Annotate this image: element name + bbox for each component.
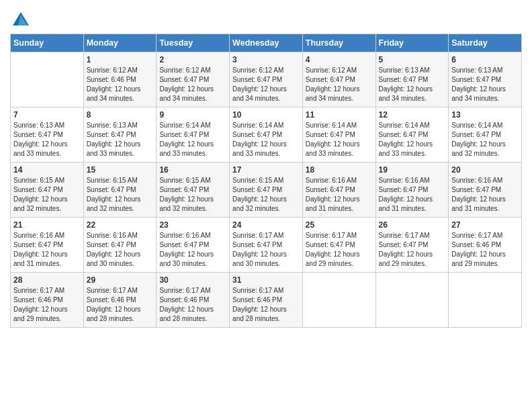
- calendar-cell: 5Sunrise: 6:13 AMSunset: 6:47 PMDaylight…: [375, 52, 449, 107]
- day-number: 24: [232, 220, 300, 230]
- day-info: Sunrise: 6:17 AMSunset: 6:46 PMDaylight:…: [13, 286, 81, 324]
- day-info: Sunrise: 6:13 AMSunset: 6:47 PMDaylight:…: [379, 66, 446, 103]
- calendar-cell: 23Sunrise: 6:16 AMSunset: 6:47 PMDayligh…: [157, 218, 230, 273]
- day-number: 11: [306, 110, 373, 120]
- calendar-cell: 13Sunrise: 6:14 AMSunset: 6:47 PMDayligh…: [449, 107, 522, 163]
- day-number: 26: [379, 220, 446, 230]
- calendar-cell: 21Sunrise: 6:16 AMSunset: 6:47 PMDayligh…: [11, 218, 84, 273]
- day-info: Sunrise: 6:12 AMSunset: 6:47 PMDaylight:…: [232, 66, 300, 103]
- day-info: Sunrise: 6:15 AMSunset: 6:47 PMDaylight:…: [87, 176, 154, 214]
- day-number: 2: [159, 55, 226, 64]
- day-number: 1: [87, 55, 154, 64]
- header-day-sunday: Sunday: [11, 34, 84, 52]
- calendar-cell: 22Sunrise: 6:16 AMSunset: 6:47 PMDayligh…: [83, 218, 157, 273]
- calendar-cell: [449, 273, 522, 328]
- day-number: 13: [451, 110, 519, 120]
- day-info: Sunrise: 6:13 AMSunset: 6:47 PMDaylight:…: [451, 66, 519, 103]
- header-row: SundayMondayTuesdayWednesdayThursdayFrid…: [11, 34, 522, 52]
- day-info: Sunrise: 6:17 AMSunset: 6:47 PMDaylight:…: [232, 231, 300, 269]
- calendar-table: SundayMondayTuesdayWednesdayThursdayFrid…: [10, 34, 522, 328]
- calendar-cell: 3Sunrise: 6:12 AMSunset: 6:47 PMDaylight…: [230, 52, 303, 107]
- day-number: 29: [87, 275, 154, 285]
- day-number: 20: [451, 165, 519, 175]
- day-number: 9: [159, 110, 226, 120]
- calendar-cell: 29Sunrise: 6:17 AMSunset: 6:46 PMDayligh…: [83, 273, 157, 328]
- day-number: 28: [13, 275, 81, 285]
- day-info: Sunrise: 6:16 AMSunset: 6:47 PMDaylight:…: [159, 231, 226, 269]
- calendar-cell: 9Sunrise: 6:14 AMSunset: 6:47 PMDaylight…: [157, 107, 230, 163]
- calendar-cell: 7Sunrise: 6:13 AMSunset: 6:47 PMDaylight…: [11, 107, 84, 163]
- week-row-3: 14Sunrise: 6:15 AMSunset: 6:47 PMDayligh…: [11, 163, 522, 218]
- header-day-tuesday: Tuesday: [157, 34, 230, 52]
- calendar-cell: [11, 52, 84, 107]
- day-info: Sunrise: 6:17 AMSunset: 6:46 PMDaylight:…: [159, 286, 226, 324]
- day-info: Sunrise: 6:16 AMSunset: 6:47 PMDaylight:…: [87, 231, 154, 269]
- day-info: Sunrise: 6:17 AMSunset: 6:47 PMDaylight:…: [306, 231, 373, 269]
- day-info: Sunrise: 6:13 AMSunset: 6:47 PMDaylight:…: [13, 121, 81, 158]
- calendar-cell: 12Sunrise: 6:14 AMSunset: 6:47 PMDayligh…: [375, 107, 449, 163]
- calendar-cell: 6Sunrise: 6:13 AMSunset: 6:47 PMDaylight…: [449, 52, 522, 107]
- day-info: Sunrise: 6:15 AMSunset: 6:47 PMDaylight:…: [159, 176, 226, 214]
- week-row-4: 21Sunrise: 6:16 AMSunset: 6:47 PMDayligh…: [11, 218, 522, 273]
- header-day-thursday: Thursday: [302, 34, 375, 52]
- day-info: Sunrise: 6:17 AMSunset: 6:46 PMDaylight:…: [232, 286, 300, 324]
- calendar-cell: 19Sunrise: 6:16 AMSunset: 6:47 PMDayligh…: [375, 163, 449, 218]
- day-info: Sunrise: 6:12 AMSunset: 6:46 PMDaylight:…: [87, 66, 154, 103]
- calendar-cell: 31Sunrise: 6:17 AMSunset: 6:46 PMDayligh…: [230, 273, 303, 328]
- week-row-2: 7Sunrise: 6:13 AMSunset: 6:47 PMDaylight…: [11, 107, 522, 163]
- calendar-header: SundayMondayTuesdayWednesdayThursdayFrid…: [11, 34, 522, 52]
- day-number: 27: [451, 220, 519, 230]
- header-day-wednesday: Wednesday: [230, 34, 303, 52]
- day-number: 31: [232, 275, 300, 285]
- day-number: 21: [13, 220, 81, 230]
- day-number: 19: [379, 165, 446, 175]
- day-number: 23: [159, 220, 226, 230]
- day-number: 4: [306, 55, 373, 64]
- calendar-cell: 10Sunrise: 6:14 AMSunset: 6:47 PMDayligh…: [230, 107, 303, 163]
- day-number: 6: [451, 55, 519, 64]
- day-number: 5: [379, 55, 446, 64]
- calendar-cell: 14Sunrise: 6:15 AMSunset: 6:47 PMDayligh…: [11, 163, 84, 218]
- day-info: Sunrise: 6:17 AMSunset: 6:46 PMDaylight:…: [451, 231, 519, 269]
- day-number: 12: [379, 110, 446, 120]
- calendar-cell: 17Sunrise: 6:15 AMSunset: 6:47 PMDayligh…: [230, 163, 303, 218]
- calendar-cell: 28Sunrise: 6:17 AMSunset: 6:46 PMDayligh…: [11, 273, 84, 328]
- day-number: 18: [306, 165, 373, 175]
- calendar-cell: 4Sunrise: 6:12 AMSunset: 6:47 PMDaylight…: [302, 52, 375, 107]
- calendar-cell: 27Sunrise: 6:17 AMSunset: 6:46 PMDayligh…: [449, 218, 522, 273]
- day-info: Sunrise: 6:17 AMSunset: 6:47 PMDaylight:…: [379, 231, 446, 269]
- day-info: Sunrise: 6:16 AMSunset: 6:47 PMDaylight:…: [306, 176, 373, 214]
- day-info: Sunrise: 6:13 AMSunset: 6:47 PMDaylight:…: [87, 121, 154, 158]
- header-day-saturday: Saturday: [449, 34, 522, 52]
- calendar-cell: 16Sunrise: 6:15 AMSunset: 6:47 PMDayligh…: [157, 163, 230, 218]
- page-header: [10, 7, 522, 30]
- calendar-cell: [302, 273, 375, 328]
- day-number: 14: [13, 165, 81, 175]
- calendar-cell: 15Sunrise: 6:15 AMSunset: 6:47 PMDayligh…: [83, 163, 157, 218]
- day-number: 3: [232, 55, 300, 64]
- week-row-1: 1Sunrise: 6:12 AMSunset: 6:46 PMDaylight…: [11, 52, 522, 107]
- logo: [10, 11, 30, 30]
- header-day-friday: Friday: [375, 34, 449, 52]
- day-info: Sunrise: 6:12 AMSunset: 6:47 PMDaylight:…: [306, 66, 373, 103]
- day-number: 16: [159, 165, 226, 175]
- logo-icon: [11, 11, 30, 30]
- week-row-5: 28Sunrise: 6:17 AMSunset: 6:46 PMDayligh…: [11, 273, 522, 328]
- day-info: Sunrise: 6:14 AMSunset: 6:47 PMDaylight:…: [159, 121, 226, 158]
- day-info: Sunrise: 6:16 AMSunset: 6:47 PMDaylight:…: [13, 231, 81, 269]
- day-info: Sunrise: 6:16 AMSunset: 6:47 PMDaylight:…: [379, 176, 446, 214]
- calendar-cell: 2Sunrise: 6:12 AMSunset: 6:47 PMDaylight…: [157, 52, 230, 107]
- day-number: 8: [87, 110, 154, 120]
- day-info: Sunrise: 6:14 AMSunset: 6:47 PMDaylight:…: [379, 121, 446, 158]
- day-number: 25: [306, 220, 373, 230]
- day-number: 10: [232, 110, 300, 120]
- day-info: Sunrise: 6:12 AMSunset: 6:47 PMDaylight:…: [159, 66, 226, 103]
- day-info: Sunrise: 6:14 AMSunset: 6:47 PMDaylight:…: [306, 121, 373, 158]
- day-number: 7: [13, 110, 81, 120]
- day-info: Sunrise: 6:14 AMSunset: 6:47 PMDaylight:…: [451, 121, 519, 158]
- day-info: Sunrise: 6:15 AMSunset: 6:47 PMDaylight:…: [13, 176, 81, 214]
- calendar-body: 1Sunrise: 6:12 AMSunset: 6:46 PMDaylight…: [11, 52, 522, 328]
- calendar-cell: [375, 273, 449, 328]
- calendar-cell: 26Sunrise: 6:17 AMSunset: 6:47 PMDayligh…: [375, 218, 449, 273]
- calendar-cell: 24Sunrise: 6:17 AMSunset: 6:47 PMDayligh…: [230, 218, 303, 273]
